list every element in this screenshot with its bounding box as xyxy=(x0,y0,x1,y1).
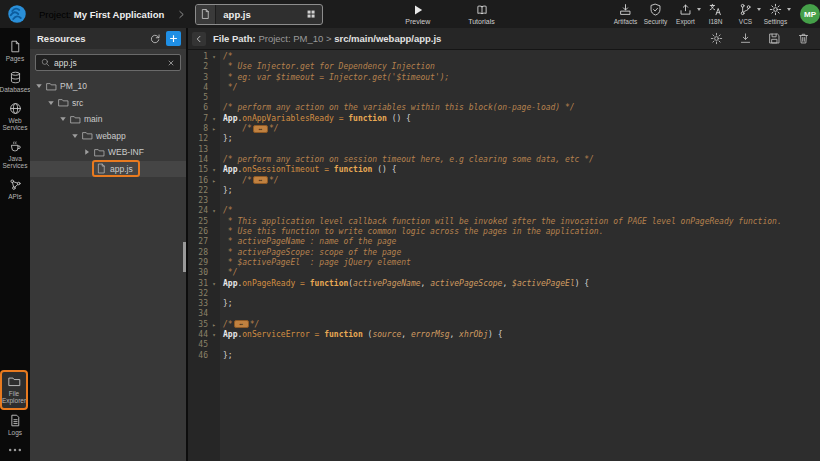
fold-closed-icon[interactable]: ▸ xyxy=(208,176,220,186)
tree-item-main[interactable]: main xyxy=(30,111,186,128)
code-line-30[interactable]: 30 */ xyxy=(188,268,820,278)
line-number: 31 xyxy=(188,279,208,289)
expand-arrow-icon[interactable] xyxy=(35,82,43,90)
download-file-icon[interactable] xyxy=(739,32,752,45)
fold-open-icon[interactable]: ▾ xyxy=(208,279,220,289)
save-file-icon[interactable] xyxy=(768,32,781,45)
more-icon[interactable] xyxy=(8,447,22,453)
sidebar-item-databases[interactable]: Databases xyxy=(0,67,30,98)
code-text: * activePageName : name of the page xyxy=(220,237,396,247)
code-line-1[interactable]: 1▾/* xyxy=(188,52,820,62)
chevron-left-icon xyxy=(195,35,203,43)
tree-item-web-inf[interactable]: WEB-INF xyxy=(30,144,186,161)
add-resource-button[interactable] xyxy=(166,31,181,46)
topbar-artifacts-button[interactable]: Artifacts xyxy=(612,3,639,25)
code-line-5[interactable]: 5 xyxy=(188,93,820,103)
code-line-44[interactable]: 44▾App.onServiceError = function (source… xyxy=(188,330,820,340)
sidebar-item-file-explorer[interactable]: File Explorer xyxy=(0,370,28,410)
code-line-46[interactable]: 46}; xyxy=(188,351,820,361)
preview-button[interactable]: Preview xyxy=(405,4,430,25)
editor-settings-gear-icon[interactable] xyxy=(710,32,723,45)
code-line-27[interactable]: 27 * activePageName : name of the page xyxy=(188,237,820,247)
code-line-22[interactable]: 22}; xyxy=(188,186,820,196)
tab-app-js[interactable]: app.js xyxy=(195,4,323,25)
line-number: 32 xyxy=(188,289,208,299)
code-line-23[interactable]: 23 xyxy=(188,196,820,206)
code-line-6[interactable]: 6/* perform any action on the variables … xyxy=(188,103,820,113)
web-services-icon xyxy=(9,102,22,115)
tree-item-src[interactable]: src xyxy=(30,95,186,112)
avatar[interactable]: MP xyxy=(800,4,820,24)
tree-item-app-js[interactable]: app.js xyxy=(30,161,186,178)
sidebar-item-label: Java Services xyxy=(0,155,30,169)
code-line-25[interactable]: 25 * This application level callback fun… xyxy=(188,217,820,227)
code-line-2[interactable]: 2 * Use Injector.get for Dependency Inje… xyxy=(188,62,820,72)
fold-open-icon[interactable]: ▾ xyxy=(208,114,220,124)
code-line-31[interactable]: 31▾App.onPageReady = function(activePage… xyxy=(188,279,820,289)
fold-closed-icon[interactable]: ▸ xyxy=(208,320,220,330)
topbar-settings-button[interactable]: Settings xyxy=(762,3,789,25)
code-token: }; xyxy=(223,134,233,143)
code-line-24[interactable]: 24▾/* xyxy=(188,206,820,216)
code-line-15[interactable]: 15▾App.onSessionTimeout = function () { xyxy=(188,165,820,175)
sidebar-item-java-services[interactable]: Java Services xyxy=(0,136,30,174)
resources-scrollbar[interactable] xyxy=(183,242,186,272)
collapsed-code-icon[interactable] xyxy=(253,125,268,133)
code-line-4[interactable]: 4 */ xyxy=(188,83,820,93)
clear-search-icon[interactable] xyxy=(167,59,175,67)
code-line-7[interactable]: 7▾App.onAppVariablesReady = function () … xyxy=(188,114,820,124)
code-line-28[interactable]: 28 * activePageScope: scope of the page xyxy=(188,248,820,258)
code-token: activePageName xyxy=(353,279,420,288)
code-line-13[interactable]: 13 xyxy=(188,145,820,155)
grid-icon[interactable] xyxy=(306,9,316,19)
fold-closed-icon[interactable]: ▸ xyxy=(208,124,220,134)
code-line-45[interactable]: 45 xyxy=(188,340,820,350)
line-number: 29 xyxy=(188,258,208,268)
project-label: Project: xyxy=(39,9,71,20)
collapse-arrow-icon[interactable] xyxy=(83,148,91,156)
tree-item-pm-10[interactable]: PM_10 xyxy=(30,78,186,95)
code-line-12[interactable]: 12}; xyxy=(188,134,820,144)
code-line-32[interactable]: 32 xyxy=(188,289,820,299)
code-token: * This application level callback functi… xyxy=(223,217,782,226)
wavemaker-logo-icon[interactable] xyxy=(7,4,27,24)
code-line-16[interactable]: 16▸ /**/ xyxy=(188,176,820,186)
code-token: onServiceError xyxy=(242,330,309,339)
expand-arrow-icon[interactable] xyxy=(47,99,55,107)
topbar-i18n-button[interactable]: I18N xyxy=(702,3,729,25)
fold-open-icon[interactable]: ▾ xyxy=(208,165,220,175)
fold-open-icon[interactable]: ▾ xyxy=(208,52,220,62)
tree-item-webapp[interactable]: webapp xyxy=(30,128,186,145)
code-line-8[interactable]: 8▸ /**/ xyxy=(188,124,820,134)
code-line-34[interactable]: 34 xyxy=(188,309,820,319)
sidebar-item-pages[interactable]: Pages xyxy=(0,36,30,67)
expand-arrow-icon[interactable] xyxy=(71,132,79,140)
sidebar-item-logs[interactable]: Logs xyxy=(0,410,30,441)
code-line-26[interactable]: 26 * Use this function to write common l… xyxy=(188,227,820,237)
sidebar-item-apis[interactable]: APIs xyxy=(0,174,30,205)
code-editor[interactable]: 1▾/*2 * Use Injector.get for Dependency … xyxy=(188,50,820,461)
refresh-icon[interactable] xyxy=(149,33,161,45)
code-line-3[interactable]: 3 * eg: var $timeout = Injector.get('$ti… xyxy=(188,73,820,83)
sidebar-item-web-services[interactable]: Web Services xyxy=(0,98,30,136)
fold-open-icon[interactable]: ▾ xyxy=(208,206,220,216)
file-path: File Path: Project: PM_10 > src/main/web… xyxy=(213,33,441,44)
code-line-14[interactable]: 14/* perform any action on session timeo… xyxy=(188,155,820,165)
code-line-35[interactable]: 35▸/**/ xyxy=(188,320,820,330)
code-text: */ xyxy=(220,83,237,93)
code-token: */ xyxy=(269,176,279,185)
code-line-29[interactable]: 29 * $activePageEl : page jQuery element xyxy=(188,258,820,268)
search-input[interactable] xyxy=(54,58,163,68)
topbar-export-button[interactable]: Export xyxy=(672,3,699,25)
expand-arrow-icon[interactable] xyxy=(59,115,67,123)
topbar-vcs-button[interactable]: VCS xyxy=(732,3,759,25)
collapsed-code-icon[interactable] xyxy=(253,176,268,184)
collapsed-code-icon[interactable] xyxy=(234,320,249,328)
fold-open-icon[interactable]: ▾ xyxy=(208,330,220,340)
topbar-security-button[interactable]: Security xyxy=(642,3,669,25)
collapse-panel-button[interactable] xyxy=(192,32,206,46)
code-line-33[interactable]: 33}; xyxy=(188,299,820,309)
fold-placeholder xyxy=(208,351,220,361)
delete-file-icon[interactable] xyxy=(797,32,810,45)
tutorials-button[interactable]: Tutorials xyxy=(468,4,495,25)
